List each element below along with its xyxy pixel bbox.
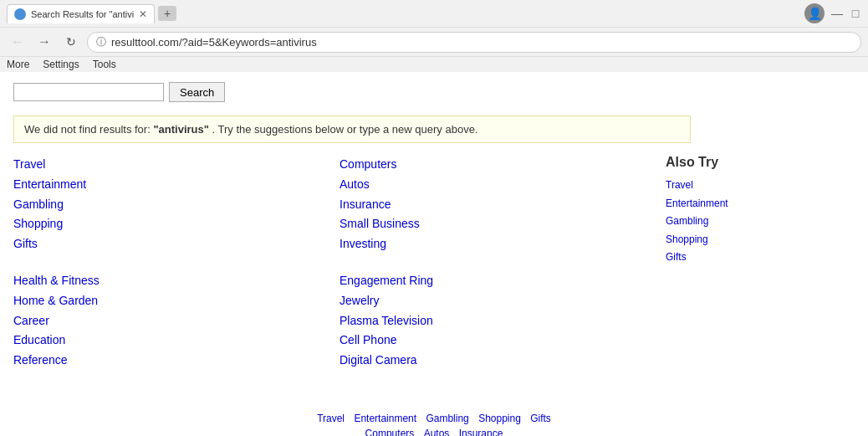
url-text: resulttool.com/?aid=5&Keywords=antivirus — [111, 36, 317, 49]
link-education[interactable]: Education — [13, 331, 323, 351]
search-button[interactable]: Search — [169, 82, 225, 102]
maximize-button[interactable]: □ — [850, 8, 861, 19]
also-try-entertainment[interactable]: Entertainment — [666, 195, 850, 213]
browser-chrome: Search Results for "antivi ✕ + 👤 — □ ← →… — [0, 0, 868, 72]
footer-link-computers[interactable]: Computers — [365, 428, 415, 436]
link-entertainment-left[interactable]: Entertainment — [13, 175, 323, 195]
link-cell-phone[interactable]: Cell Phone — [340, 331, 649, 351]
back-icon: ← — [11, 34, 24, 49]
footer-link-insurance-1[interactable]: Insurance — [459, 428, 503, 436]
notice-suffix: . Try the suggestions below or type a ne… — [209, 123, 478, 136]
link-reference[interactable]: Reference — [13, 351, 323, 371]
search-input[interactable] — [13, 83, 164, 101]
main-layout: Travel Entertainment Gambling Shopping G… — [13, 155, 855, 387]
link-plasma-television[interactable]: Plasma Television — [340, 311, 649, 331]
notice-prefix: We did not find results for: — [24, 123, 153, 136]
also-try-gifts[interactable]: Gifts — [666, 249, 850, 267]
link-career[interactable]: Career — [13, 311, 323, 331]
also-try-shopping[interactable]: Shopping — [666, 231, 850, 249]
footer-row-2: Computers Autos Insurance — [13, 428, 855, 436]
footer: Travel Entertainment Gambling Shopping G… — [13, 413, 855, 436]
also-try-column: Also Try Travel Entertainment Gambling S… — [666, 155, 850, 387]
right-group-2: Engagement Ring Jewelry Plasma Televisio… — [340, 271, 649, 371]
also-try-title: Also Try — [666, 155, 850, 170]
footer-link-autos[interactable]: Autos — [424, 428, 450, 436]
link-autos[interactable]: Autos — [340, 175, 649, 195]
link-gambling-left[interactable]: Gambling — [13, 195, 323, 215]
new-tab-button[interactable]: + — [158, 6, 176, 21]
notice-bar: We did not find results for: "antivirus"… — [13, 115, 691, 143]
link-travel-left[interactable]: Travel — [13, 155, 323, 175]
also-try-gambling[interactable]: Gambling — [666, 213, 850, 231]
footer-link-travel[interactable]: Travel — [317, 413, 345, 424]
footer-link-entertainment[interactable]: Entertainment — [354, 413, 416, 424]
lock-icon: ⓘ — [96, 35, 106, 49]
forward-icon: → — [38, 34, 51, 49]
tab-favicon — [14, 8, 26, 20]
account-button[interactable]: 👤 — [804, 3, 825, 23]
left-column: Travel Entertainment Gambling Shopping G… — [13, 155, 340, 387]
link-digital-camera[interactable]: Digital Camera — [340, 351, 649, 371]
browser-tab[interactable]: Search Results for "antivi ✕ — [7, 4, 155, 23]
link-investing[interactable]: Investing — [340, 234, 649, 254]
left-group-1: Travel Entertainment Gambling Shopping G… — [13, 155, 323, 254]
page-content: Search We did not find results for: "ant… — [0, 72, 868, 436]
forward-button[interactable]: → — [33, 31, 55, 53]
link-home-garden[interactable]: Home & Garden — [13, 291, 323, 311]
refresh-icon: ↻ — [66, 35, 76, 49]
menu-item-more[interactable]: More — [7, 59, 29, 70]
back-button[interactable]: ← — [7, 31, 28, 53]
link-health-fitness[interactable]: Health & Fitness — [13, 271, 323, 291]
right-group-1: Computers Autos Insurance Small Business… — [340, 155, 649, 254]
link-small-business[interactable]: Small Business — [340, 214, 649, 234]
right-column: Computers Autos Insurance Small Business… — [340, 155, 666, 387]
link-shopping-left[interactable]: Shopping — [13, 214, 323, 234]
link-jewelry[interactable]: Jewelry — [340, 291, 649, 311]
navigation-bar: ← → ↻ ⓘ resulttool.com/?aid=5&Keywords=a… — [0, 27, 868, 56]
link-gifts-left[interactable]: Gifts — [13, 234, 323, 254]
also-try-travel[interactable]: Travel — [666, 177, 850, 195]
left-group-2: Health & Fitness Home & Garden Career Ed… — [13, 271, 323, 371]
menu-item-settings[interactable]: Settings — [43, 59, 79, 70]
link-engagement-ring[interactable]: Engagement Ring — [340, 271, 649, 291]
footer-row-1: Travel Entertainment Gambling Shopping G… — [13, 413, 855, 424]
link-computers[interactable]: Computers — [340, 155, 649, 175]
window-controls: 👤 — □ — [804, 3, 861, 23]
footer-link-gifts[interactable]: Gifts — [530, 413, 551, 424]
menu-bar: More Settings Tools — [0, 56, 868, 72]
address-bar[interactable]: ⓘ resulttool.com/?aid=5&Keywords=antivir… — [87, 32, 861, 53]
notice-keyword: "antivirus" — [153, 123, 209, 136]
footer-link-shopping[interactable]: Shopping — [478, 413, 521, 424]
menu-item-tools[interactable]: Tools — [93, 59, 116, 70]
search-area: Search — [13, 82, 855, 102]
refresh-button[interactable]: ↻ — [60, 31, 82, 53]
footer-link-gambling[interactable]: Gambling — [426, 413, 468, 424]
minimize-button[interactable]: — — [831, 8, 843, 19]
title-bar: Search Results for "antivi ✕ + 👤 — □ — [0, 0, 868, 27]
tab-title: Search Results for "antivi — [31, 9, 134, 19]
account-icon: 👤 — [809, 8, 820, 19]
link-insurance[interactable]: Insurance — [340, 195, 649, 215]
tab-close-btn[interactable]: ✕ — [139, 8, 147, 20]
